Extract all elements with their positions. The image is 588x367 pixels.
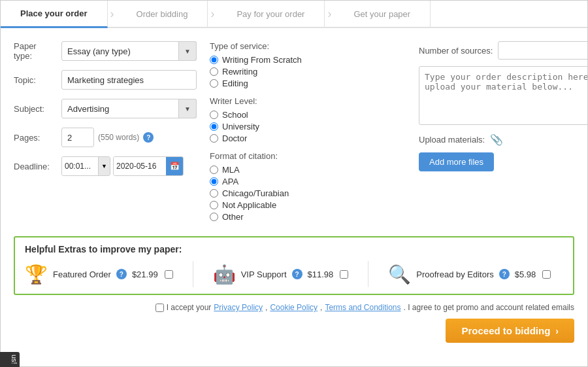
citation-other-radio[interactable] [210,213,218,221]
writer-school-radio[interactable] [210,111,218,119]
upload-icon[interactable]: 📎 [490,133,503,146]
topic-row: Topic: [14,70,197,90]
tab-order-bidding-label: Order bidding [137,9,188,19]
pages-row: Pages: (550 words) ? [14,128,197,147]
upload-label: Upload materials: [419,135,485,145]
pages-words-label: (550 words) [98,133,139,142]
pages-controls: (550 words) ? [61,128,197,147]
extra-item-vip: 🤖 VIP Support ? $11.98 [213,264,349,285]
deadline-time-input[interactable] [62,157,98,175]
proofread-price: $5.98 [515,270,536,279]
citation-apa-option: APA [210,177,406,186]
writer-label: Writer Level: [210,96,406,106]
deadline-date-wrapper: 📅 [113,156,184,176]
vip-help-icon[interactable]: ? [292,269,302,279]
extra-item-proofread: 🔍 Proofread by Editors ? $5.98 [388,264,551,285]
writer-university-radio[interactable] [210,122,218,131]
writer-school-option: School [210,110,406,120]
citation-chicago-radio[interactable] [210,189,218,198]
service-writing-radio[interactable] [210,56,218,64]
paper-type-label: Paper type: [14,41,56,61]
deadline-date-input[interactable] [114,157,166,175]
vip-checkbox[interactable] [340,270,348,279]
subject-select[interactable]: Advertising [61,99,197,118]
tab-place-order[interactable]: Place your order [1,1,108,28]
tab-bar: Place your order › Order bidding › Pay f… [1,1,587,28]
writer-school-label: School [222,110,248,120]
terms-checkbox[interactable] [155,304,164,312]
featured-checkbox[interactable] [165,270,173,279]
citation-na-radio[interactable] [210,201,218,209]
proofread-icon: 🔍 [388,264,411,285]
service-rewriting-label: Rewriting [222,67,257,77]
proofread-checkbox[interactable] [542,270,551,279]
cookie-link[interactable]: Cookie Policy [270,303,318,312]
service-editing-radio[interactable] [210,79,218,88]
topic-label: Topic: [14,75,56,85]
service-rewriting-radio[interactable] [210,67,218,76]
citation-chicago-label: Chicago/Turabian [222,188,289,198]
writer-doctor-radio[interactable] [210,134,218,143]
featured-price: $21.99 [132,270,158,279]
tab-get-paper[interactable]: Get your paper [334,1,431,27]
writer-doctor-option: Doctor [210,133,406,143]
tab-place-order-label: Place your order [20,9,88,18]
paper-type-select[interactable]: Essay (any type) [61,41,197,61]
terms-link[interactable]: Terms and Conditions [325,303,400,312]
vip-price: $11.98 [308,270,334,279]
proofread-help-icon[interactable]: ? [499,269,510,279]
tab-divider-1: › [108,1,117,27]
deadline-controls: ▼ 📅 [61,156,197,176]
deadline-label: Deadline: [14,162,56,171]
service-editing-option: Editing [210,79,406,88]
proceed-arrow-icon: › [555,326,559,336]
description-textarea[interactable] [419,66,588,125]
service-editing-label: Editing [222,79,248,88]
vip-label: VIP Support [241,270,287,279]
extras-title: Helpful Extras to improve my paper: [25,244,563,254]
tab-divider-3: › [325,1,334,27]
citation-apa-label: APA [222,177,238,186]
left-stub: us! [0,352,20,367]
extras-divider-1 [193,261,193,287]
tab-divider-2: › [208,1,217,27]
service-rewriting-option: Rewriting [210,67,406,77]
citation-na-option: Not Applicable [210,200,406,210]
vip-icon: 🤖 [213,264,236,285]
tab-pay-order[interactable]: Pay for your order [217,1,325,27]
writer-doctor-label: Doctor [222,133,247,143]
paper-type-select-wrapper: Essay (any type) ▼ [61,41,197,61]
pages-help-icon[interactable]: ? [143,132,154,143]
citation-apa-radio[interactable] [210,177,218,186]
privacy-link[interactable]: Privacy Policy [214,303,263,312]
citation-mla-option: MLA [210,165,406,175]
proceed-label: Proceed to bidding [461,325,550,336]
topic-input[interactable] [61,70,197,90]
citation-mla-label: MLA [222,165,240,175]
citation-na-label: Not Applicable [222,200,276,210]
right-column: Number of sources: Upload materials: 📎 A… [419,41,588,230]
deadline-time-dropdown-icon[interactable]: ▼ [98,157,110,175]
terms-prefix: I accept your [167,303,212,312]
num-sources-input[interactable] [498,41,588,60]
extras-items: 🏆 Featured Order ? $21.99 🤖 VIP Support … [25,261,563,287]
subject-row: Subject: Advertising ▼ [14,99,197,118]
tab-order-bidding[interactable]: Order bidding [117,1,208,27]
deadline-time-wrapper: ▼ [61,156,110,176]
pages-input[interactable] [61,128,94,147]
add-files-button[interactable]: Add more files [419,152,494,171]
calendar-icon[interactable]: 📅 [166,157,183,175]
subject-label: Subject: [14,104,56,114]
writer-university-option: University [210,122,406,131]
proceed-button[interactable]: Proceed to bidding › [446,319,574,343]
featured-label: Featured Order [53,270,111,279]
num-sources-row: Number of sources: [419,41,588,60]
left-column: Paper type: Essay (any type) ▼ Topic: Su… [14,41,197,230]
terms-row: I accept your Privacy Policy, Cookie Pol… [14,303,574,312]
featured-help-icon[interactable]: ? [116,269,127,279]
citation-mla-radio[interactable] [210,166,218,174]
main-content: Paper type: Essay (any type) ▼ Topic: Su… [1,28,587,236]
add-files-label: Add more files [429,157,483,167]
extras-divider-2 [368,261,368,287]
extras-section: Helpful Extras to improve my paper: 🏆 Fe… [14,236,574,295]
